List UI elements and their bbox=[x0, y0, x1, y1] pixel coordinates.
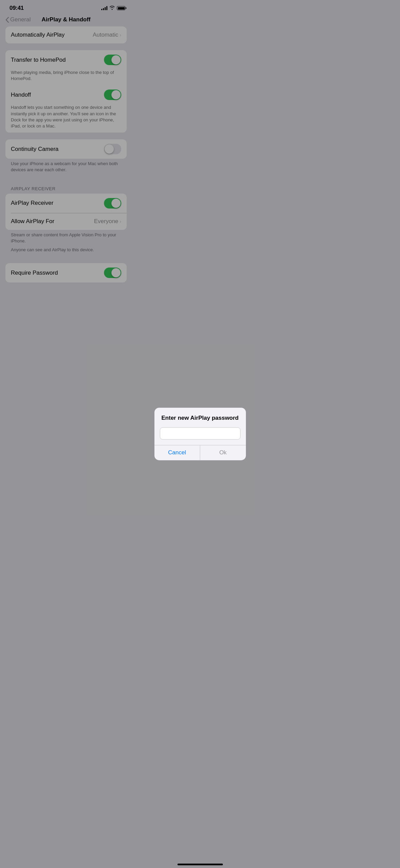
dialog-overlay bbox=[0, 0, 132, 303]
